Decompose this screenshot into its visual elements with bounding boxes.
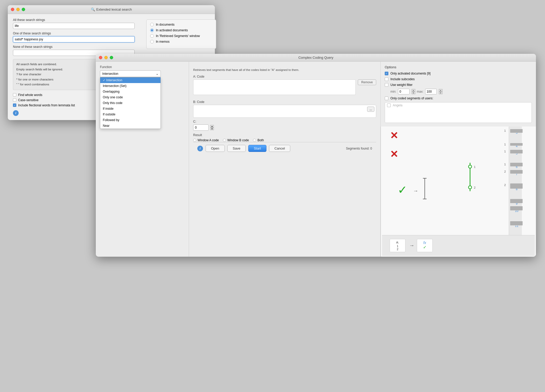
weight-max-input[interactable] <box>425 89 437 94</box>
find-whole-words-checkbox[interactable] <box>13 93 16 97</box>
function-label: Function <box>100 65 185 69</box>
description-text: Retrieves text segments that have all of… <box>193 68 376 72</box>
ccq-right-panel: Options Only activated documents [9] Inc… <box>381 62 536 257</box>
weight-row: min: ▲ ▼ max: ▲ ▼ <box>390 89 532 94</box>
info-icon: i <box>13 110 19 116</box>
all-strings-input[interactable] <box>13 23 135 29</box>
angela-checkbox[interactable] <box>387 103 391 107</box>
cancel-button[interactable]: Cancel <box>269 145 290 152</box>
scope-activated-radio[interactable] <box>150 28 154 32</box>
include-flectional-checkbox[interactable] <box>13 103 16 107</box>
dropdown-item-if-outside[interactable]: If outside <box>100 112 161 117</box>
only-coded-checkbox[interactable] <box>385 97 388 100</box>
result-both-label: Both <box>257 138 264 142</box>
function-chevron-icon: ⌄ <box>156 72 158 76</box>
scope-memos-label: In memos <box>156 40 170 43</box>
options-panel: Options Only activated documents [9] Inc… <box>381 62 536 127</box>
weight-max-up[interactable]: ▲ <box>439 89 442 92</box>
search-scope-panel: In documents In activated documents In '… <box>146 19 216 49</box>
remove-button[interactable]: Remove <box>358 79 376 85</box>
ccq-traffic-lights <box>99 56 113 59</box>
dropdown-item-near[interactable]: Near <box>100 123 161 129</box>
result-both[interactable]: Both <box>253 138 264 142</box>
result-window-a[interactable]: Window A code <box>193 138 219 142</box>
weight-min-up[interactable]: ▲ <box>412 89 415 92</box>
weight-min-input[interactable] <box>398 89 410 94</box>
use-weight-filter-checkbox[interactable] <box>385 83 388 87</box>
angela-row: Angela <box>387 103 529 107</box>
result-window-b[interactable]: Window B code <box>223 138 249 142</box>
weight-min-down[interactable]: ▼ <box>412 92 415 94</box>
include-flectional-label: Include flectional words from lemmata li… <box>18 103 75 107</box>
result-window-b-label: Window B code <box>227 138 249 142</box>
maximize-button[interactable] <box>22 8 25 11</box>
open-button[interactable]: Open <box>206 145 225 152</box>
use-weight-filter-row: Use weight filter <box>385 83 532 87</box>
c-value-input[interactable] <box>193 124 209 131</box>
scope-activated[interactable]: In activated documents <box>150 28 212 32</box>
c-spin-up[interactable]: ▲ <box>210 125 214 128</box>
a-code-area[interactable] <box>193 79 356 95</box>
include-subcodes-checkbox[interactable] <box>385 77 388 81</box>
case-sensitive-checkbox[interactable] <box>13 98 16 102</box>
angela-label: Angela <box>393 103 402 107</box>
scope-memos[interactable]: In memos <box>150 40 212 43</box>
function-selected: Intersection <box>102 72 118 76</box>
svg-rect-3 <box>510 143 523 146</box>
case-sensitive-label: Case-sensitive <box>18 98 39 102</box>
only-coded-row: Only coded segments of users: <box>385 97 532 100</box>
one-string-input[interactable] <box>13 36 135 42</box>
scope-documents[interactable]: In documents <box>150 23 212 26</box>
ccq-content: Function Intersection ⌄ ✓ Intersection I… <box>96 62 536 257</box>
svg-rect-10 <box>510 221 523 225</box>
dropdown-item-if-inside[interactable]: If inside <box>100 106 161 112</box>
visualization-panel: 3 4 5 6 7 8 9 10 11 <box>381 127 536 257</box>
dropdown-item-followed-by[interactable]: Followed by <box>100 117 161 123</box>
weight-max-down[interactable]: ▼ <box>439 92 442 94</box>
b-code-ellipsis-button[interactable]: ... <box>367 107 374 112</box>
c-spin-down[interactable]: ▼ <box>210 128 214 130</box>
dropdown-item-overlapping[interactable]: Overlapping <box>100 89 161 94</box>
check-mark: ✓ <box>398 183 407 196</box>
ccq-bottom-bar: i Open Save Start Cancel Segments found:… <box>193 142 376 154</box>
ccq-minimize-button[interactable] <box>104 56 108 59</box>
fx-label: fx <box>423 241 426 245</box>
a-box-2: 2 <box>397 248 398 251</box>
close-button[interactable] <box>11 8 14 11</box>
ccq-window: Complex Coding Query Function Intersecti… <box>96 54 536 257</box>
visualization-svg: 3 4 5 6 7 8 9 10 11 <box>381 127 536 256</box>
ccq-middle-panel: Retrieves text segments that have all of… <box>189 62 381 257</box>
scope-retrieved-radio[interactable] <box>150 34 154 38</box>
result-both-radio[interactable] <box>253 139 256 142</box>
ccq-close-button[interactable] <box>99 56 102 59</box>
options-title: Options <box>385 65 532 69</box>
scope-documents-radio[interactable] <box>150 23 154 26</box>
result-window-b-radio[interactable] <box>223 139 226 142</box>
lexical-titlebar: 🔍 Extended lexical search <box>8 5 215 14</box>
save-button[interactable]: Save <box>227 145 246 152</box>
dropdown-item-intersection[interactable]: ✓ Intersection <box>100 77 161 83</box>
fx-check: ✓ <box>423 245 426 249</box>
b-code-area[interactable]: ... <box>193 105 376 118</box>
weight-min-spinner: ▲ ▼ <box>412 89 415 94</box>
result-radio-row: Window A code Window B code Both <box>193 138 376 142</box>
scope-retrieved[interactable]: In 'Retrieved Segments' window <box>150 34 212 38</box>
function-dropdown[interactable]: Intersection ⌄ <box>100 70 161 77</box>
dropdown-item-intersection-set[interactable]: Intersection (Set) <box>100 83 161 89</box>
a-box-label: A: <box>396 241 399 244</box>
only-activated-checkbox[interactable] <box>385 72 388 75</box>
arrow-icon: → <box>413 188 418 194</box>
lexical-window-title: 🔍 Extended lexical search <box>91 8 132 11</box>
minimize-button[interactable] <box>16 8 20 11</box>
dropdown-item-only-this[interactable]: Only this code <box>100 100 161 106</box>
b-code-label: B: Code <box>193 100 376 104</box>
scope-memos-radio[interactable] <box>150 40 154 43</box>
svg-rect-5 <box>510 163 523 166</box>
function-dropdown-menu[interactable]: ✓ Intersection Intersection (Set) Overla… <box>100 77 161 129</box>
result-window-a-radio[interactable] <box>193 139 196 142</box>
ccq-maximize-button[interactable] <box>110 56 113 59</box>
ccq-info-icon: i <box>197 146 203 151</box>
start-button[interactable]: Start <box>248 145 266 152</box>
dropdown-item-only-one[interactable]: Only one code <box>100 94 161 100</box>
include-subcodes-row: Include subcodes <box>385 77 532 81</box>
